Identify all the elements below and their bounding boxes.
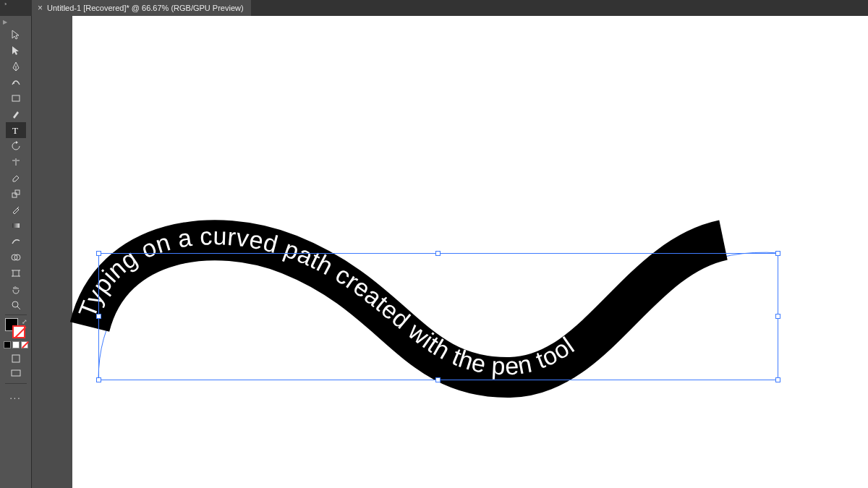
svg-text:T: T: [12, 125, 18, 135]
draw-mode-normal-icon[interactable]: [10, 353, 22, 364]
eraser-tool[interactable]: [6, 170, 26, 186]
rectangle-tool[interactable]: [6, 90, 26, 106]
free-transform-tool[interactable]: [6, 234, 26, 249]
artboard[interactable]: Typing on a curved path created with the…: [72, 16, 868, 488]
pasteboard-gutter: [32, 16, 72, 488]
pen-tool[interactable]: [6, 59, 26, 74]
type-tool[interactable]: T: [6, 122, 26, 138]
color-gradient-icon[interactable]: [12, 341, 20, 348]
shape-builder-tool[interactable]: [6, 249, 26, 265]
svg-rect-3: [12, 193, 17, 197]
canvas-artwork[interactable]: Typing on a curved path created with the…: [72, 16, 868, 488]
paintbrush-tool[interactable]: [6, 106, 26, 122]
selection-tool[interactable]: [6, 27, 26, 43]
svg-rect-1: [12, 95, 20, 101]
fill-stroke-swatch[interactable]: ⤢: [4, 318, 28, 340]
document-tab-bar: ›› × Untitled-1 [Recovered]* @ 66.67% (R…: [0, 0, 868, 16]
eyedropper-tool[interactable]: [6, 202, 26, 218]
svg-rect-4: [15, 190, 20, 194]
scale-tool[interactable]: [6, 186, 26, 202]
toolbox: ▶ T: [0, 16, 32, 488]
svg-rect-5: [12, 223, 20, 228]
rotate-tool[interactable]: [6, 138, 26, 154]
path-text[interactable]: Typing on a curved path created with the…: [73, 222, 579, 380]
toolbox-divider: [5, 383, 27, 384]
svg-rect-8: [13, 270, 19, 276]
svg-rect-11: [12, 355, 20, 362]
color-none-icon[interactable]: [21, 341, 28, 348]
stroke-swatch[interactable]: [12, 325, 25, 338]
color-mode-swatches[interactable]: [4, 341, 28, 348]
hand-tool[interactable]: [6, 281, 26, 297]
toolbox-divider: [5, 314, 27, 315]
close-tab-icon[interactable]: ×: [38, 4, 43, 12]
svg-rect-12: [12, 370, 20, 376]
artboard-tool[interactable]: [6, 265, 26, 281]
screen-mode-icon[interactable]: [10, 367, 22, 379]
reflect-tool[interactable]: [6, 154, 26, 170]
document-tab-title: Untitled-1 [Recovered]* @ 66.67% (RGB/GP…: [47, 4, 244, 12]
svg-point-0: [13, 82, 14, 84]
color-solid-icon[interactable]: [4, 341, 11, 348]
direct-selection-tool[interactable]: [6, 43, 26, 59]
edit-toolbar-icon[interactable]: ...: [9, 391, 21, 401]
gradient-tool[interactable]: [6, 218, 26, 234]
svg-line-10: [17, 307, 20, 309]
document-tab[interactable]: × Untitled-1 [Recovered]* @ 66.67% (RGB/…: [32, 0, 251, 16]
toolbox-header-gap: ››: [0, 0, 32, 16]
curvature-tool[interactable]: [6, 74, 26, 90]
path-text-content: Typing on a curved path created with the…: [73, 222, 579, 380]
svg-point-9: [12, 301, 18, 307]
swap-fill-stroke-icon[interactable]: ⤢: [22, 318, 27, 325]
zoom-tool[interactable]: [6, 297, 26, 313]
toolbox-collapse-icon[interactable]: ▶: [3, 19, 7, 25]
expand-panels-icon[interactable]: ››: [4, 1, 5, 7]
